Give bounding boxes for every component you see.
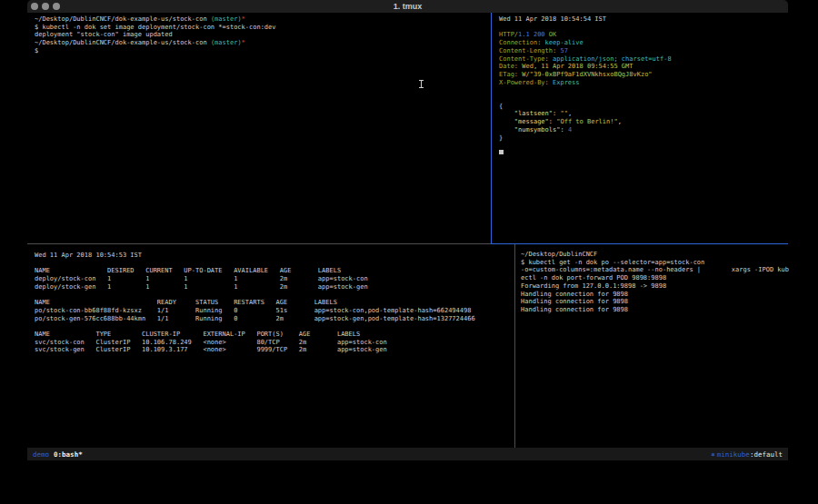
kubernetes-helm-icon: ⎈ — [711, 450, 715, 459]
terminal-text: "" — [560, 110, 567, 117]
terminal-line: po/stock-gen-576cc688bb-44kmn 1/1 Runnin… — [35, 315, 521, 323]
tmux-terminal: ~/Desktop/DublinCNCF/dok-example-us/stoc… — [27, 13, 788, 448]
terminal-line: Content-Length: 57 — [499, 47, 795, 55]
terminal-window: 1. tmux ~/Desktop/DublinCNCF/dok-example… — [27, 0, 788, 460]
terminal-line — [499, 86, 795, 94]
terminal-line: { — [499, 103, 795, 111]
terminal-line: Handling connection for 9898 — [521, 291, 793, 299]
terminal-line: "lastseen": "", — [499, 110, 795, 118]
terminal-text: "Off to Berlin!" — [556, 118, 617, 125]
terminal-text: 4 — [568, 126, 572, 133]
terminal-text: , — [568, 110, 572, 117]
minimize-button-icon[interactable] — [42, 3, 49, 10]
terminal-text: Handling connection for 9898 — [521, 306, 628, 313]
tmux-window-tab[interactable]: 0:bash* — [54, 450, 83, 459]
terminal-line: NAME READY STATUS RESTARTS AGE LABELS — [35, 299, 521, 307]
pane-border-horizontal-active[interactable] — [491, 243, 788, 244]
terminal-text: ~/Desktop/DublinCNCF/dok-example-us/stoc… — [35, 15, 211, 23]
terminal-line: -o=custom-columns=:metadata.name --no-he… — [521, 266, 793, 274]
terminal-text: W/"39-0xBPf9aF1dXVNkhsxoBQgJ8vKzo" — [518, 71, 653, 78]
terminal-line: "numsymbols": 4 — [499, 126, 795, 134]
terminal-text: * — [242, 39, 245, 46]
terminal-text: Date: — [499, 63, 518, 70]
terminal-line — [35, 292, 521, 300]
terminal-text: Handling connection for 9898 — [521, 291, 628, 298]
terminal-text: $ — [35, 47, 38, 54]
terminal-text: svc/stock-gen ClusterIP 10.109.3.177 <no… — [35, 346, 387, 353]
terminal-text: po/stock-gen-576cc688bb-44kmn 1/1 Runnin… — [35, 315, 475, 322]
terminal-line: ~/Desktop/DublinCNCF/dok-example-us/stoc… — [35, 39, 497, 47]
terminal-text — [499, 110, 514, 117]
terminal-text: 1.1 200 — [518, 31, 545, 38]
terminal-line: svc/stock-gen ClusterIP 10.109.3.177 <no… — [35, 346, 521, 354]
terminal-line — [499, 142, 795, 150]
terminal-line: } — [499, 134, 795, 143]
terminal-text: Wed, 11 Apr 2018 09:54:55 GMT — [518, 63, 633, 70]
zoom-button-icon[interactable] — [53, 3, 60, 10]
terminal-text: NAME DESIRED CURRENT UP-TO-DATE AVAILABL… — [35, 267, 341, 274]
pane-http-response[interactable]: Wed 11 Apr 2018 10:54:54 IST HTTP/1.1 20… — [492, 13, 795, 246]
terminal-line: Handling connection for 9898 — [521, 298, 793, 306]
terminal-line: Wed 11 Apr 2018 10:54:53 IST — [35, 252, 521, 260]
terminal-line: Content-Type: application/json; charset=… — [499, 55, 795, 64]
tmux-session-name: demo — [33, 450, 49, 459]
traffic-lights — [31, 3, 60, 10]
terminal-line: $ — [35, 47, 497, 55]
terminal-line — [499, 24, 795, 32]
window-title: 1. tmux — [394, 0, 423, 13]
terminal-text — [499, 118, 514, 125]
terminal-line: ectl -n dok port-forward POD 9898:9898 — [521, 274, 793, 282]
pane-kubectl-get-watch[interactable]: Wed 11 Apr 2018 10:54:53 IST NAME DESIRE… — [27, 244, 521, 455]
terminal-text: OK — [549, 31, 556, 38]
terminal-text: , — [618, 118, 622, 125]
terminal-text: ~/Desktop/DublinCNCF/dok-example-us/stoc… — [35, 39, 211, 46]
terminal-text: ETag: — [499, 71, 518, 78]
terminal-text: svc/stock-con ClusterIP 10.106.78.249 <n… — [35, 339, 387, 346]
pane-border-vertical-dim[interactable] — [514, 244, 515, 448]
terminal-text: Wed 11 Apr 2018 10:54:53 IST — [35, 252, 142, 259]
pane-shell-kubectl-set-image[interactable]: ~/Desktop/DublinCNCF/dok-example-us/stoc… — [27, 13, 497, 246]
terminal-text — [499, 126, 514, 133]
terminal-text: Content-Type: — [499, 55, 549, 63]
terminal-text: deployment "stock-con" image updated — [35, 31, 173, 38]
terminal-text: ectl -n dok port-forward POD 9898:9898 — [521, 274, 666, 282]
window-titlebar[interactable]: 1. tmux — [27, 0, 788, 13]
terminal-text: "numsymbols" — [514, 126, 561, 133]
terminal-line: Date: Wed, 11 Apr 2018 09:54:55 GMT — [499, 63, 795, 71]
terminal-text: Express — [549, 79, 580, 86]
close-button-icon[interactable] — [31, 3, 38, 10]
terminal-line: ~/Desktop/DublinCNCF — [521, 251, 793, 259]
terminal-text: : — [549, 118, 556, 125]
terminal-text: Forwarding from 127.0.0.1:9898 -> 9898 — [521, 282, 666, 290]
terminal-line: Forwarding from 127.0.0.1:9898 -> 9898 — [521, 282, 793, 291]
terminal-line: deployment "stock-con" image updated — [35, 31, 497, 39]
terminal-line: X-Powered-By: Express — [499, 79, 795, 87]
terminal-line: deploy/stock-gen 1 1 1 1 2m app=stock-ge… — [35, 283, 521, 292]
terminal-line: svc/stock-con ClusterIP 10.106.78.249 <n… — [35, 339, 521, 347]
terminal-text: "message" — [514, 118, 549, 125]
pane-border-vertical-active[interactable] — [491, 13, 492, 244]
terminal-text: Wed 11 Apr 2018 10:54:54 IST — [499, 15, 606, 23]
terminal-line — [499, 150, 795, 158]
terminal-text: $ kubectl get -n dok po --selector=app=s… — [521, 259, 704, 266]
terminal-text: Content-Length: — [499, 47, 556, 54]
terminal-text: HTTP/ — [499, 31, 518, 38]
terminal-text: deploy/stock-gen 1 1 1 1 2m app=stock-ge… — [35, 283, 368, 291]
terminal-line: po/stock-con-bb68f88fd-kzsxz 1/1 Running… — [35, 307, 521, 315]
terminal-text: NAME READY STATUS RESTARTS AGE LABELS — [35, 299, 337, 306]
mouse-ibeam-cursor — [419, 80, 424, 88]
terminal-line: Wed 11 Apr 2018 10:54:54 IST — [499, 15, 795, 24]
terminal-text: NAME TYPE CLUSTER-IP EXTERNAL-IP PORT(S)… — [35, 331, 360, 338]
terminal-text: (master) — [211, 39, 242, 46]
terminal-text: * — [242, 15, 245, 23]
terminal-line: deploy/stock-con 1 1 1 1 2m app=stock-co… — [35, 275, 521, 283]
pane-port-forward[interactable]: ~/Desktop/DublinCNCF$ kubectl get -n dok… — [515, 244, 793, 454]
terminal-line — [35, 322, 521, 331]
tmux-status-right: ⎈ minikube : default — [711, 450, 783, 459]
terminal-line: NAME DESIRED CURRENT UP-TO-DATE AVAILABL… — [35, 267, 521, 275]
pane-border-horizontal-dim[interactable] — [27, 243, 491, 244]
terminal-text: deploy/stock-con 1 1 1 1 2m app=stock-co… — [35, 275, 368, 282]
kube-context: minikube — [717, 450, 750, 459]
terminal-line: Handling connection for 9898 — [521, 306, 793, 314]
terminal-line: HTTP/1.1 200 OK — [499, 31, 795, 39]
